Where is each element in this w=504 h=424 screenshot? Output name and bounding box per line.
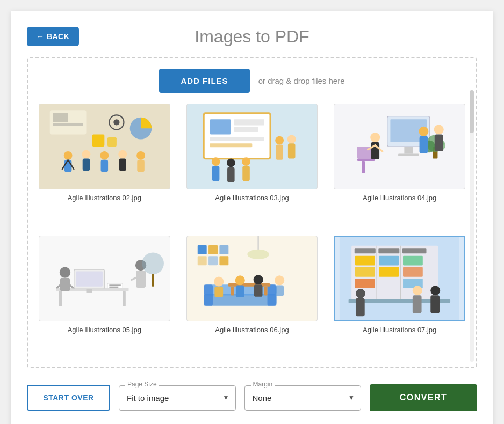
content-area: ADD FILES or drag & drop files here [27,57,477,368]
svg-rect-59 [76,271,103,286]
svg-rect-98 [355,248,376,253]
svg-rect-100 [402,248,427,253]
svg-rect-76 [208,245,218,254]
svg-point-4 [113,119,119,125]
page-title: Images to PDF [195,27,309,47]
page-size-label: Page Size [125,381,159,388]
svg-rect-17 [92,134,105,147]
svg-rect-105 [379,267,399,276]
list-item: Agile Illustrations 04.jpg [334,104,465,225]
file-name: Agile Illustrations 06.jpg [215,326,289,334]
list-item: Agile Illustrations 05.jpg [39,236,170,357]
svg-rect-24 [210,137,264,141]
svg-rect-6 [64,160,72,172]
svg-rect-77 [197,256,206,265]
file-thumbnail[interactable] [39,104,170,189]
back-button[interactable]: ← BACK [27,27,79,46]
svg-point-5 [64,151,73,160]
svg-rect-104 [379,255,399,265]
svg-point-74 [247,249,269,259]
svg-rect-23 [234,127,258,132]
svg-rect-83 [204,284,213,306]
svg-rect-10 [83,159,90,171]
svg-rect-27 [276,145,283,160]
add-files-button[interactable]: ADD FILES [159,69,249,93]
list-item: Agile Illustrations 07.jpg [334,236,465,357]
svg-rect-18 [107,137,117,147]
svg-rect-95 [275,285,284,296]
svg-rect-45 [362,161,365,173]
list-item: Agile Illustrations 03.jpg [186,104,318,225]
file-thumbnail[interactable] [334,236,465,321]
svg-point-88 [214,276,224,286]
svg-rect-106 [403,255,423,265]
svg-rect-2 [53,123,83,126]
svg-rect-22 [234,119,264,125]
files-grid: Agile Illustrations 02.jpg [39,104,465,356]
scrollbar-thumb [470,90,474,133]
svg-rect-75 [197,245,206,254]
file-thumbnail[interactable] [39,236,170,321]
svg-point-9 [82,150,91,159]
svg-rect-35 [242,166,250,181]
svg-rect-60 [86,289,92,293]
svg-rect-102 [355,267,375,276]
svg-rect-57 [123,291,126,306]
svg-rect-21 [210,119,231,134]
svg-point-34 [242,157,250,166]
svg-rect-84 [267,284,276,306]
svg-rect-1 [53,113,68,122]
svg-point-53 [434,125,444,134]
svg-rect-103 [355,279,375,288]
svg-point-11 [100,151,109,160]
svg-rect-86 [231,286,234,295]
svg-rect-38 [405,147,413,154]
margin-wrapper: Margin None Small Medium Large ▼ [244,385,362,411]
svg-rect-25 [210,143,252,147]
svg-rect-16 [137,160,145,172]
svg-rect-101 [355,255,375,265]
svg-rect-93 [254,284,262,297]
file-name: Agile Illustrations 03.jpg [215,194,289,202]
svg-point-92 [253,275,263,284]
svg-point-71 [142,252,164,274]
svg-point-51 [419,127,429,136]
svg-point-112 [356,288,365,298]
svg-rect-115 [431,295,440,313]
scrollbar-track[interactable] [470,90,474,362]
svg-rect-39 [398,154,419,157]
page-size-select[interactable]: Fit to image A4 Letter Legal [119,385,236,411]
svg-rect-89 [214,286,223,297]
app-container: ← BACK Images to PDF ADD FILES or drag &… [11,11,493,424]
svg-point-47 [370,133,380,142]
file-name: Agile Illustrations 04.jpg [363,194,436,202]
svg-rect-33 [227,167,235,182]
svg-rect-29 [288,143,296,158]
convert-button[interactable]: CONVERT [370,384,477,411]
file-name: Agile Illustrations 05.jpg [68,326,141,334]
start-over-button[interactable]: START OVER [27,385,110,411]
svg-point-13 [118,150,127,159]
margin-select[interactable]: None Small Medium Large [244,385,362,411]
page-size-wrapper: Page Size Fit to image A4 Letter Legal ▼ [119,385,236,411]
svg-rect-107 [403,267,423,276]
file-name: Agile Illustrations 07.jpg [363,326,436,334]
svg-point-30 [211,157,220,166]
svg-rect-80 [219,256,228,265]
svg-rect-14 [119,159,126,171]
svg-point-116 [413,286,422,295]
svg-rect-85 [228,283,270,287]
file-thumbnail[interactable] [186,236,318,321]
svg-rect-56 [59,291,62,306]
svg-point-26 [275,136,284,145]
svg-rect-52 [420,136,428,153]
file-thumbnail[interactable] [186,104,318,189]
svg-rect-72 [152,274,154,287]
svg-point-64 [60,267,70,277]
drag-drop-text: or drag & drop files here [258,76,345,85]
svg-rect-63 [109,286,118,287]
list-item: Agile Illustrations 06.jpg [186,236,318,357]
file-thumbnail[interactable] [334,104,465,189]
svg-rect-31 [212,166,220,181]
svg-rect-78 [208,256,218,265]
